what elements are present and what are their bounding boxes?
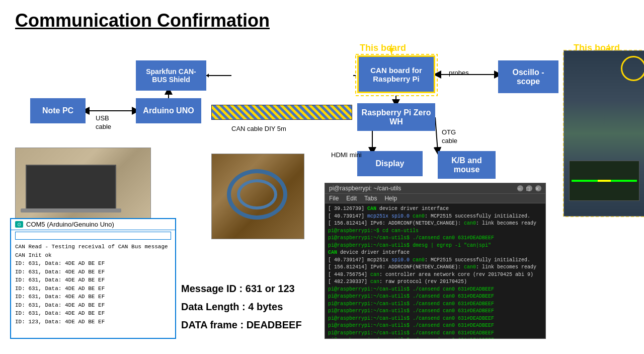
message-info: Message ID : 631 or 123 Data Length : 4 …	[181, 279, 302, 334]
canboard-box: CAN board for Raspberry Pi	[357, 55, 435, 93]
probes-label: probes	[449, 69, 469, 77]
can-cable-label: CAN cable DIY 5m	[231, 125, 286, 132]
pi-terminal: pi@raspberrypi: ~/can-utils − □ × File E…	[325, 183, 546, 339]
display-box: Display	[357, 151, 423, 176]
com5-titlebar: ⊙ COM5 (Arduino/Genuino Uno)	[11, 219, 175, 230]
pi-menu-help[interactable]: Help	[384, 195, 397, 202]
pi-close-btn[interactable]: ×	[535, 185, 541, 191]
page-title: Communication Confirmation	[15, 10, 629, 31]
pi-menu-edit[interactable]: Edit	[346, 195, 357, 202]
notepc-box: Note PC	[30, 98, 86, 123]
pi-menu-file[interactable]: File	[329, 195, 339, 202]
oscilloscope-photo	[564, 50, 644, 217]
pi-titlebar-buttons: − □ ×	[517, 185, 541, 191]
pi-content: [ 39.126739] CAN device driver interface…	[325, 203, 545, 338]
arduino-box: Arduino UNO	[136, 98, 201, 123]
pi-maximize-btn[interactable]: □	[526, 185, 532, 191]
svg-line-12	[435, 117, 438, 151]
sparkfun-box: Sparkfun CAN-BUS Shield	[136, 60, 206, 91]
svg-marker-9	[206, 74, 209, 78]
message-data: DATA frame : DEADBEEF	[181, 316, 302, 334]
message-id: Message ID : 631 or 123	[181, 279, 302, 298]
can-cable-photo	[211, 154, 304, 239]
pi-minimize-btn[interactable]: −	[517, 185, 523, 191]
com5-input[interactable]	[15, 232, 171, 240]
can-cable	[211, 105, 352, 120]
pi-menu-tabs[interactable]: Tabs	[364, 195, 377, 202]
laptop-photo	[15, 148, 151, 221]
com5-content: CAN Read - Testing receival of CAN Bus m…	[11, 241, 175, 328]
kb-box: K/B and mouse	[438, 151, 496, 179]
rpi-box: Raspberry Pi Zero WH	[357, 103, 435, 131]
com-icon: ⊙	[15, 221, 23, 228]
pi-menubar: File Edit Tabs Help	[325, 193, 545, 203]
this-board-label-left: This board	[360, 43, 406, 53]
usb-cable-label: USBcable	[96, 114, 111, 131]
oscillo-box: Oscillo - scope	[498, 60, 558, 93]
hdmi-label: HDMI mini	[331, 151, 362, 159]
page: Communication Confirmation This board Th…	[0, 0, 644, 354]
com5-terminal: ⊙ COM5 (Arduino/Genuino Uno) CAN Read - …	[10, 218, 176, 339]
pi-titlebar: pi@raspberrypi: ~/can-utils − □ ×	[325, 183, 545, 193]
otg-label: OTGcable	[442, 128, 457, 146]
message-length: Data Length : 4 bytes	[181, 298, 302, 316]
